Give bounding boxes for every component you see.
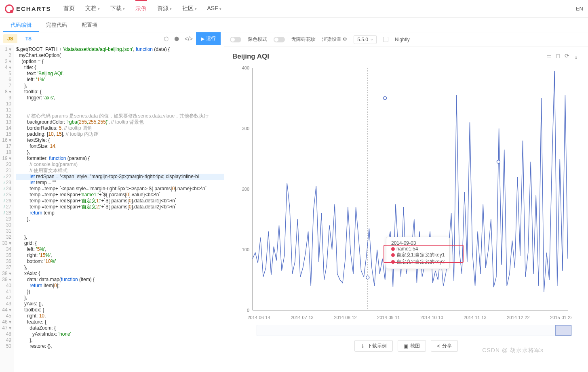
nav-docs[interactable]: 文档▾ — [85, 0, 100, 17]
svg-text:2014-12-22: 2014-12-22 — [507, 315, 529, 320]
lang-tab-js[interactable]: JS — [3, 34, 17, 43]
lang-tab-ts[interactable]: TS — [21, 34, 36, 43]
sub-tabs: 代码编辑 完整代码 配置项 — [0, 18, 588, 32]
nav-home[interactable]: 首页 — [63, 0, 75, 17]
pattern-toggle[interactable] — [274, 37, 285, 42]
cube-outline-icon[interactable]: ⬡ — [164, 36, 169, 42]
nav-community[interactable]: 社区▾ — [182, 0, 197, 17]
line-gutter: 1 ▾23 ▾4 ▾5678 ▾910111213141516 ▾171819 … — [0, 45, 14, 372]
svg-text:2014-09-11: 2014-09-11 — [377, 315, 400, 320]
svg-point-16 — [366, 276, 369, 279]
chart-toolbox: ▭ ◻ ⟳ ⭳ — [546, 53, 579, 59]
render-settings[interactable]: 渲染设置 ⚙ — [322, 36, 347, 43]
svg-text:2014-07-13: 2014-07-13 — [291, 315, 313, 320]
dot-icon — [391, 253, 395, 257]
chart-tooltip: 2014-09-03 name1:54 自定义1:自定义的key1 自定义2:自… — [386, 237, 450, 269]
svg-text:200: 200 — [242, 187, 249, 191]
lang-switch[interactable]: EN — [576, 6, 583, 12]
svg-text:100: 100 — [242, 247, 249, 252]
svg-text:0: 0 — [247, 308, 249, 313]
zoom-reset-icon[interactable]: ◻ — [556, 53, 561, 59]
svg-text:2014-06-14: 2014-06-14 — [247, 315, 270, 320]
editor-toolbar: JS TS ⬡ ⬢ </> ▶运行 — [0, 32, 224, 45]
download-icon: ⭳ — [360, 343, 365, 349]
nightly-checkbox[interactable] — [383, 37, 388, 42]
preview-pane: 深色模式 无障碍花纹 渲染设置 ⚙ 5.5.0 Nightly Beijing … — [224, 32, 588, 372]
nav-examples[interactable]: 示例 — [135, 0, 147, 17]
gear-icon: ⚙ — [343, 36, 347, 42]
nav-resources[interactable]: 资源▾ — [157, 0, 172, 17]
version-select[interactable]: 5.5.0 — [354, 35, 377, 44]
chevron-down-icon: ▾ — [170, 7, 172, 11]
nightly-label: Nightly — [395, 37, 410, 42]
play-icon: ▶ — [201, 36, 204, 42]
topbar: ECHARTS 首页 文档▾ 下载▾ 示例 资源▾ 社区▾ ASF▾ EN — [0, 0, 588, 18]
chevron-down-icon: ▾ — [219, 7, 221, 11]
cube-icon[interactable]: ⬢ — [174, 36, 179, 42]
download-example-button[interactable]: ⭳下载示例 — [354, 340, 393, 352]
preview-toolbar: 深色模式 无障碍花纹 渲染设置 ⚙ 5.5.0 Nightly — [224, 32, 588, 47]
chart-area: Beijing AQI ▭ ◻ ⟳ ⭳ 01002003004002014-06… — [224, 47, 588, 372]
run-button[interactable]: ▶运行 — [196, 32, 221, 45]
code-icon[interactable]: </> — [185, 36, 193, 42]
nav-download[interactable]: 下载▾ — [110, 0, 125, 17]
download-icon[interactable]: ⭳ — [573, 53, 579, 59]
svg-text:2014-08-12: 2014-08-12 — [334, 315, 356, 320]
dark-mode-toggle[interactable] — [230, 37, 241, 42]
svg-point-17 — [384, 97, 387, 100]
svg-text:400: 400 — [242, 65, 249, 70]
svg-point-18 — [497, 160, 500, 164]
zoom-select-icon[interactable]: ▭ — [546, 53, 552, 59]
chevron-down-icon: ▾ — [123, 7, 125, 11]
chart-title: Beijing AQI — [232, 53, 580, 61]
screenshot-button[interactable]: ▣截图 — [398, 340, 426, 352]
brush-selection[interactable] — [555, 325, 571, 336]
dark-mode-label: 深色模式 — [248, 36, 267, 43]
tab-code-edit[interactable]: 代码编辑 — [3, 18, 39, 32]
share-icon: < — [437, 343, 440, 349]
code-body[interactable]: $.get(ROOT_PATH + '/data/asset/data/aqi-… — [14, 45, 224, 372]
line-chart[interactable]: 01002003004002014-06-142014-07-132014-08… — [232, 64, 572, 322]
tab-full-code[interactable]: 完整代码 — [39, 18, 74, 32]
main-split: JS TS ⬡ ⬢ </> ▶运行 1 ▾23 ▾4 ▾5678 ▾910111… — [0, 32, 588, 372]
svg-text:2014-10-10: 2014-10-10 — [420, 315, 443, 320]
camera-icon: ▣ — [404, 343, 408, 349]
tooltip-row2: 自定义2:自定义的key2 — [396, 259, 445, 265]
brand-text: ECHARTS — [16, 5, 51, 12]
dot-icon — [391, 260, 395, 264]
dot-icon — [391, 247, 395, 251]
main-nav: 首页 文档▾ 下载▾ 示例 资源▾ 社区▾ ASF▾ — [63, 0, 576, 17]
watermark: CSDN @ 胡水水将军s — [482, 347, 544, 354]
code-editor[interactable]: 1 ▾23 ▾4 ▾5678 ▾910111213141516 ▾171819 … — [0, 45, 224, 372]
svg-text:300: 300 — [242, 126, 249, 131]
pattern-label: 无障碍花纹 — [291, 36, 316, 43]
chevron-down-icon: ▾ — [98, 7, 100, 11]
restore-icon[interactable]: ⟳ — [565, 53, 569, 59]
tab-config[interactable]: 配置项 — [74, 18, 105, 32]
share-button[interactable]: <分享 — [431, 340, 457, 352]
logo-icon — [5, 4, 14, 13]
tooltip-name1: name1:54 — [396, 246, 418, 252]
svg-text:2014-11-13: 2014-11-13 — [464, 315, 486, 320]
editor-pane: JS TS ⬡ ⬢ </> ▶运行 1 ▾23 ▾4 ▾5678 ▾910111… — [0, 32, 224, 372]
data-zoom-brush[interactable] — [257, 325, 572, 336]
chevron-down-icon: ▾ — [195, 7, 197, 11]
tooltip-row1: 自定义1:自定义的key1 — [396, 252, 445, 258]
logo[interactable]: ECHARTS — [5, 4, 51, 13]
nav-asf[interactable]: ASF▾ — [207, 0, 221, 17]
tooltip-date: 2014-09-03 — [391, 240, 445, 246]
svg-text:2015-01-23: 2015-01-23 — [550, 315, 572, 320]
